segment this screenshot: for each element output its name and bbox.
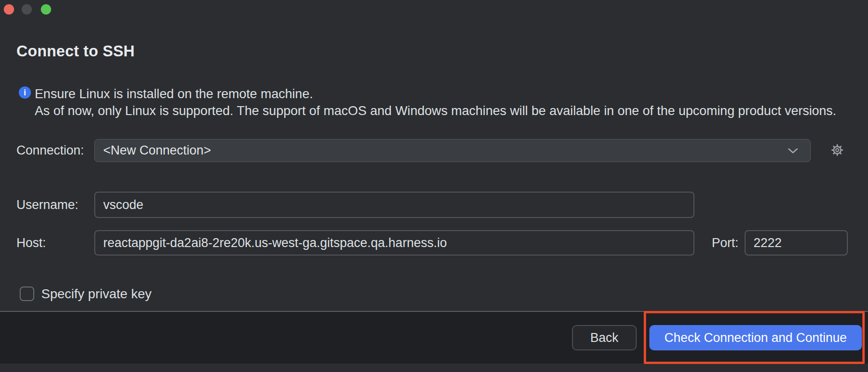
back-button[interactable]: Back bbox=[572, 325, 637, 350]
connection-select[interactable]: <New Connection> bbox=[94, 139, 811, 162]
specify-private-key-label: Specify private key bbox=[41, 287, 152, 301]
window-bottom-edge bbox=[0, 364, 868, 372]
port-field[interactable] bbox=[745, 230, 848, 256]
page-title: Connect to SSH bbox=[16, 42, 135, 60]
host-field[interactable] bbox=[94, 230, 694, 256]
info-banner: Ensure Linux is installed on the remote … bbox=[35, 85, 836, 119]
info-line-1: Ensure Linux is installed on the remote … bbox=[35, 85, 836, 102]
connection-label: Connection: bbox=[16, 139, 84, 162]
check-connection-and-continue-button[interactable]: Check Connection and Continue bbox=[649, 325, 862, 350]
specify-private-key-checkbox[interactable] bbox=[20, 287, 34, 301]
username-label: Username: bbox=[16, 192, 78, 218]
port-label: Port: bbox=[712, 230, 739, 256]
minimize-window-button[interactable] bbox=[22, 4, 32, 15]
host-label: Host: bbox=[16, 230, 46, 256]
connection-selected-value: <New Connection> bbox=[103, 143, 788, 158]
info-line-2: As of now, only Linux is supported. The … bbox=[35, 102, 836, 119]
close-window-button[interactable] bbox=[4, 4, 14, 15]
gear-icon[interactable] bbox=[831, 144, 844, 156]
info-icon: i bbox=[19, 86, 31, 99]
connect-to-ssh-dialog: Connect to SSH i Ensure Linux is install… bbox=[0, 0, 868, 372]
username-field[interactable] bbox=[94, 192, 694, 218]
chevron-down-icon bbox=[788, 148, 798, 154]
zoom-window-button[interactable] bbox=[41, 4, 51, 15]
